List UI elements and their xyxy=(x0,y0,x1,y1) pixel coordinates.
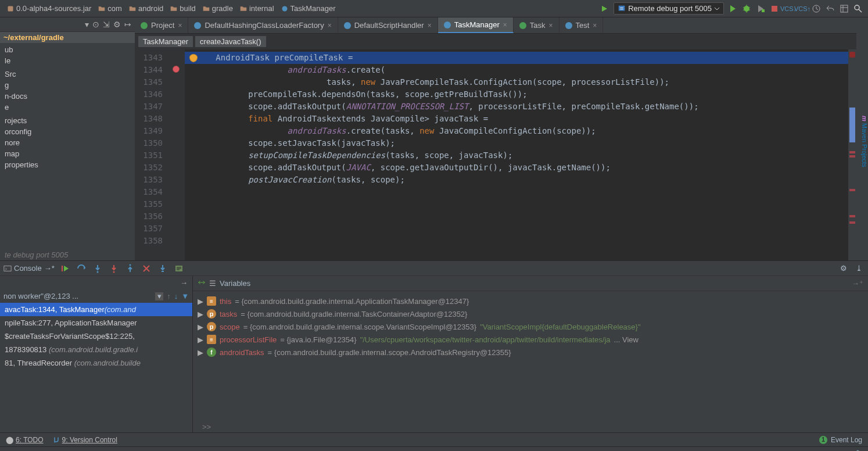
settings-icon[interactable]: ⚙ xyxy=(838,263,849,274)
thread-select[interactable]: non worker"@2,123 ... ▾ ↑ ↓ ▼ xyxy=(0,289,192,303)
filter-icon[interactable]: ▼ xyxy=(181,292,189,300)
stop-button[interactable] xyxy=(769,3,780,14)
code-editor[interactable]: 1343134413451346134713481349135013511352… xyxy=(135,49,856,260)
breadcrumb-item[interactable]: gradle xyxy=(200,3,235,14)
expand-icon[interactable]: ▶ xyxy=(198,323,203,331)
project-dropdown-icon[interactable]: ▾ xyxy=(85,20,89,29)
breadcrumb-item[interactable]: com xyxy=(96,3,124,14)
stack-frame[interactable]: $createTasksForVariantScope$12:225, xyxy=(0,330,192,343)
coverage-button[interactable] xyxy=(755,3,766,14)
todo-tool-window[interactable]: ⬤ 6: TODO xyxy=(6,436,44,444)
run-button[interactable] xyxy=(727,3,738,14)
close-icon[interactable]: × xyxy=(503,21,507,29)
up-icon[interactable]: ↑ xyxy=(167,292,171,300)
project-tree-item[interactable]: ub xyxy=(0,44,135,55)
scroll-marker[interactable] xyxy=(849,108,855,142)
run-to-cursor-icon[interactable] xyxy=(157,263,168,274)
structure-icon[interactable] xyxy=(839,3,849,14)
debug-button[interactable] xyxy=(741,3,752,14)
stack-frame[interactable]: npileTask:277, ApplicationTaskManager xyxy=(0,316,192,330)
gear-icon[interactable]: ⚙ xyxy=(113,20,121,29)
project-tree-item[interactable]: orconfig xyxy=(0,126,135,137)
scroll-marker[interactable] xyxy=(849,215,855,217)
breadcrumb-item[interactable]: TaskManager xyxy=(279,3,338,14)
breakpoint-icon[interactable] xyxy=(173,66,180,73)
search-icon[interactable] xyxy=(853,3,863,14)
variable-row[interactable]: ▶≡this = {com.android.build.gradle.inter… xyxy=(198,295,863,307)
maven-tool-window-tab[interactable]: m Maven Projects xyxy=(856,17,868,260)
revert-icon[interactable] xyxy=(825,3,835,14)
console-tab[interactable]: Console →* xyxy=(3,264,55,273)
error-stripe[interactable] xyxy=(848,49,856,260)
intention-bulb-icon[interactable] xyxy=(189,54,198,62)
close-icon[interactable]: × xyxy=(428,22,432,30)
step-over-icon[interactable] xyxy=(76,263,87,274)
more-indicator[interactable]: >> xyxy=(193,421,868,432)
variable-row[interactable]: ▶≡processorListFile = {java.io.File@1235… xyxy=(198,333,863,346)
project-tree-item[interactable]: rojects xyxy=(0,115,135,126)
step-out-icon[interactable] xyxy=(124,263,136,274)
project-tree-item[interactable]: le xyxy=(0,55,135,66)
prev-frame-icon[interactable]: → xyxy=(180,278,188,287)
scroll-marker[interactable] xyxy=(849,189,855,191)
scroll-marker[interactable] xyxy=(849,151,855,153)
project-tree-item[interactable]: n-docs xyxy=(0,91,135,102)
project-root-path[interactable]: ~/external/gradle xyxy=(0,31,135,43)
editor-tab[interactable]: DefaultScriptHandler× xyxy=(338,17,438,33)
editor-tab[interactable]: Test× xyxy=(559,17,604,33)
project-tree-item[interactable]: e xyxy=(0,102,135,113)
project-tree-item[interactable]: properties xyxy=(0,159,135,170)
editor-tab[interactable]: DefaultHashingClassLoaderFactory× xyxy=(188,17,338,33)
project-tree-item[interactable]: map xyxy=(0,148,135,159)
event-log-button[interactable]: Event Log xyxy=(831,436,862,444)
minimize-icon[interactable]: →⁺ xyxy=(852,279,863,288)
collapse-icon[interactable]: ⇲ xyxy=(103,20,110,29)
method-breadcrumb[interactable]: TaskManager createJavacTask() xyxy=(135,34,856,49)
variable-row[interactable]: ▶pscope = {com.android.build.gradle.inte… xyxy=(198,320,863,333)
drop-frame-icon[interactable] xyxy=(141,263,152,274)
project-tree-item[interactable]: nore xyxy=(0,137,135,148)
history-icon[interactable] xyxy=(811,3,822,14)
expand-icon[interactable]: ▶ xyxy=(198,335,203,344)
svg-rect-10 xyxy=(62,266,63,271)
step-into-icon[interactable] xyxy=(92,263,103,274)
stack-frame[interactable]: avacTask:1344, TaskManager(com.and xyxy=(0,303,192,316)
expand-icon[interactable]: ▶ xyxy=(198,310,203,318)
event-log-badge[interactable]: 1 xyxy=(819,436,827,444)
hide-icon[interactable]: ↦ xyxy=(124,20,131,29)
close-icon[interactable]: × xyxy=(178,22,182,30)
vcs-tool-window[interactable]: 9: Version Control xyxy=(53,436,117,444)
target-icon[interactable]: ⊙ xyxy=(92,20,99,29)
expand-icon[interactable]: ▶ xyxy=(198,297,203,306)
breadcrumb-item[interactable]: internal xyxy=(238,3,277,14)
restore-layout-icon[interactable] xyxy=(198,278,206,288)
close-icon[interactable]: × xyxy=(328,22,332,30)
run-config-select[interactable]: Remote debug port 5005 xyxy=(614,2,724,15)
scroll-marker[interactable] xyxy=(849,221,855,224)
editor-tab[interactable]: Task× xyxy=(514,17,559,33)
down-icon[interactable]: ↓ xyxy=(174,292,178,300)
breadcrumb-item[interactable]: android xyxy=(127,3,166,14)
chevron-down-icon[interactable]: ▾ xyxy=(155,292,163,300)
editor-tab[interactable]: TaskManager× xyxy=(438,17,514,33)
variable-row[interactable]: ▶fandroidTasks = {com.android.build.grad… xyxy=(198,346,863,359)
editor-tab[interactable]: Project× xyxy=(135,17,188,33)
stack-frame[interactable]: 81, ThreadRecorder (com.android.builde xyxy=(0,356,192,370)
stack-frame[interactable]: 1878390813 (com.android.build.gradle.i xyxy=(0,343,192,356)
breadcrumb-item[interactable]: build xyxy=(168,3,198,14)
scroll-marker[interactable] xyxy=(849,155,855,158)
close-icon[interactable]: × xyxy=(593,22,597,30)
project-tree-item[interactable]: Src xyxy=(0,69,135,80)
force-step-into-icon[interactable] xyxy=(108,263,120,274)
variable-row[interactable]: ▶ptasks = {com.android.build.gradle.inte… xyxy=(198,307,863,320)
vcs-commit-icon[interactable]: VCS↑ xyxy=(797,3,808,14)
project-tree-item[interactable]: g xyxy=(0,80,135,91)
pin-icon[interactable]: ⤓ xyxy=(853,263,865,274)
vcs-update-icon[interactable]: VCS↓ xyxy=(783,3,794,14)
breadcrumb-item[interactable]: 0.0-alpha4-sources.jar xyxy=(5,3,94,14)
close-icon[interactable]: × xyxy=(548,22,553,30)
expand-icon[interactable]: ▶ xyxy=(198,348,203,357)
build-icon[interactable] xyxy=(600,3,610,14)
evaluate-expression-icon[interactable] xyxy=(173,263,185,274)
resume-icon[interactable] xyxy=(59,263,71,274)
